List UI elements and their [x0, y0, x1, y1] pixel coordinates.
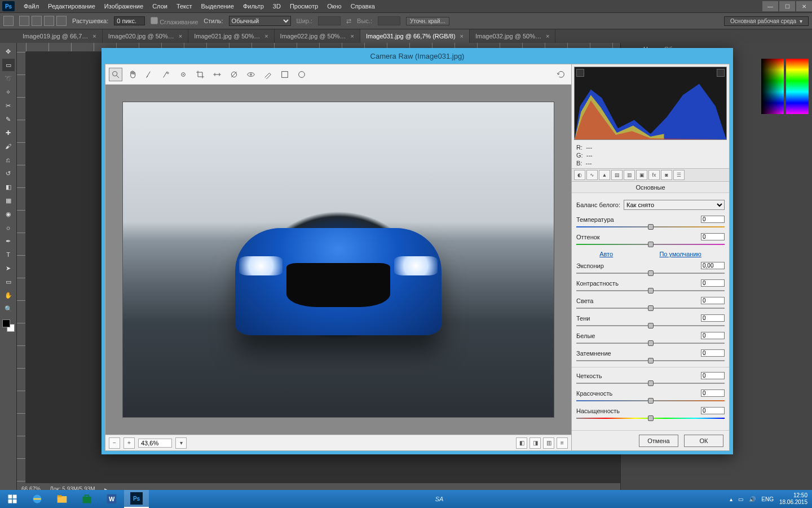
color-swatches[interactable]: [2, 319, 15, 332]
whites-input[interactable]: [701, 332, 725, 339]
menu-filter[interactable]: Фильтр: [239, 3, 268, 10]
zoom-level-input[interactable]: [138, 439, 172, 448]
lens-tab-icon[interactable]: ▣: [636, 170, 647, 180]
magic-wand-tool-icon[interactable]: ✧: [2, 86, 15, 98]
shadow-clipping-warning-icon[interactable]: [576, 69, 584, 77]
blacks-input[interactable]: [701, 349, 725, 357]
menu-layers[interactable]: Слои: [148, 3, 172, 10]
saturation-slider[interactable]: [576, 415, 725, 421]
zoom-tool-icon[interactable]: 🔍: [2, 303, 15, 315]
auto-link[interactable]: Авто: [599, 251, 613, 257]
pen-tool-icon[interactable]: ✒: [2, 235, 15, 247]
close-icon[interactable]: ×: [179, 33, 182, 40]
blur-tool-icon[interactable]: ◉: [2, 208, 15, 220]
action-center-icon[interactable]: ▭: [738, 496, 743, 502]
fx-tab-icon[interactable]: fx: [648, 170, 660, 180]
highlights-slider[interactable]: [576, 305, 725, 311]
path-selection-tool-icon[interactable]: ➤: [2, 262, 15, 274]
shadow-clip-icon[interactable]: ◧: [516, 437, 527, 449]
straighten-tool-icon[interactable]: [210, 68, 224, 81]
selection-add-icon[interactable]: [32, 16, 42, 26]
language-indicator[interactable]: ENG: [761, 496, 774, 502]
history-brush-tool-icon[interactable]: ↺: [2, 167, 15, 179]
refine-edge-button[interactable]: Уточн. край…: [406, 17, 450, 25]
menu-help[interactable]: Справка: [346, 3, 379, 10]
feather-input[interactable]: [114, 16, 145, 25]
vibrance-slider[interactable]: [576, 398, 725, 404]
type-tool-icon[interactable]: T: [2, 248, 15, 261]
document-tab[interactable]: Image019.jpg @ 66,7…×: [17, 29, 103, 43]
document-tab[interactable]: Image032.jpg @ 50%…×: [470, 29, 555, 43]
word-icon[interactable]: W: [99, 490, 124, 508]
vibrance-input[interactable]: [701, 389, 725, 397]
tint-input[interactable]: [701, 233, 725, 240]
document-tab[interactable]: Image020.jpg @ 50%…×: [103, 29, 188, 43]
curve-tab-icon[interactable]: ∿: [586, 170, 598, 180]
highlights-input[interactable]: [701, 297, 725, 304]
shadows-slider[interactable]: [576, 323, 725, 329]
menu-window[interactable]: Окно: [323, 3, 346, 10]
whites-slider[interactable]: [576, 340, 725, 346]
highlight-clipping-warning-icon[interactable]: [717, 69, 725, 77]
temperature-input[interactable]: [701, 216, 725, 223]
rotate-ccw-icon[interactable]: [554, 68, 568, 81]
selection-new-icon[interactable]: [19, 16, 29, 26]
close-icon[interactable]: ×: [92, 33, 96, 40]
selection-intersect-icon[interactable]: [56, 16, 67, 26]
temperature-slider[interactable]: [576, 224, 725, 230]
hand-tool-icon[interactable]: ✋: [2, 289, 15, 301]
preview-area[interactable]: [105, 85, 571, 435]
clarity-input[interactable]: [701, 372, 725, 379]
menu-select[interactable]: Выделение: [197, 3, 239, 10]
exposure-slider[interactable]: [576, 270, 725, 276]
color-sampler-tool-icon[interactable]: [160, 68, 173, 81]
tray-up-icon[interactable]: ▴: [730, 496, 732, 502]
file-explorer-icon[interactable]: [50, 490, 74, 508]
clock[interactable]: 12:50 18.06.2015: [779, 492, 807, 506]
histogram[interactable]: [574, 67, 727, 140]
radial-filter-icon[interactable]: [295, 68, 308, 81]
ok-button[interactable]: ОК: [684, 435, 723, 447]
window-minimize-button[interactable]: —: [762, 1, 778, 11]
selection-subtract-icon[interactable]: [44, 16, 54, 26]
crop-tool-icon[interactable]: ✂: [2, 99, 15, 112]
eraser-tool-icon[interactable]: ◧: [2, 181, 15, 193]
gradient-tool-icon[interactable]: ▦: [2, 194, 15, 207]
before-after-icon[interactable]: ▥: [543, 437, 554, 449]
hsl-tab-icon[interactable]: ▤: [611, 170, 623, 180]
chevron-down-icon[interactable]: ▾: [175, 437, 187, 449]
document-tab[interactable]: Image021.jpg @ 50%…×: [188, 29, 274, 43]
hand-tool-icon[interactable]: [126, 68, 139, 81]
window-restore-button[interactable]: ☐: [779, 1, 795, 11]
contrast-slider[interactable]: [576, 288, 725, 294]
window-close-button[interactable]: ✕: [796, 1, 812, 11]
shadows-input[interactable]: [701, 314, 725, 322]
close-icon[interactable]: ×: [546, 33, 549, 40]
tint-slider[interactable]: [576, 242, 725, 247]
crop-tool-icon[interactable]: [193, 68, 207, 81]
highlight-clip-icon[interactable]: ◨: [529, 437, 541, 449]
clarity-slider[interactable]: [576, 380, 725, 386]
spot-removal-tool-icon[interactable]: [227, 68, 241, 81]
menu-3d[interactable]: 3D: [268, 3, 285, 10]
style-select[interactable]: Обычный: [229, 16, 291, 26]
ie-icon[interactable]: [25, 490, 50, 508]
close-icon[interactable]: ×: [351, 33, 354, 40]
dodge-tool-icon[interactable]: ☼: [2, 221, 15, 234]
close-icon[interactable]: ×: [460, 33, 464, 40]
lasso-tool-icon[interactable]: ➰: [2, 72, 15, 85]
photoshop-taskbar-icon[interactable]: Ps: [124, 490, 149, 508]
default-link[interactable]: По умолчанию: [659, 251, 701, 257]
menu-icon[interactable]: ≡: [557, 437, 568, 449]
camera-tab-icon[interactable]: ◙: [661, 170, 672, 180]
menu-image[interactable]: Изображение: [100, 3, 148, 10]
redeye-tool-icon[interactable]: [244, 68, 258, 81]
graduated-filter-icon[interactable]: [278, 68, 292, 81]
exposure-input[interactable]: [701, 262, 725, 269]
menu-edit[interactable]: Редактирование: [43, 3, 100, 10]
split-tab-icon[interactable]: ▥: [624, 170, 635, 180]
close-icon[interactable]: ×: [264, 33, 268, 40]
basic-tab-icon[interactable]: ◐: [574, 170, 585, 180]
brush-tool-icon[interactable]: 🖌: [2, 140, 15, 152]
zoom-out-icon[interactable]: −: [109, 437, 120, 449]
